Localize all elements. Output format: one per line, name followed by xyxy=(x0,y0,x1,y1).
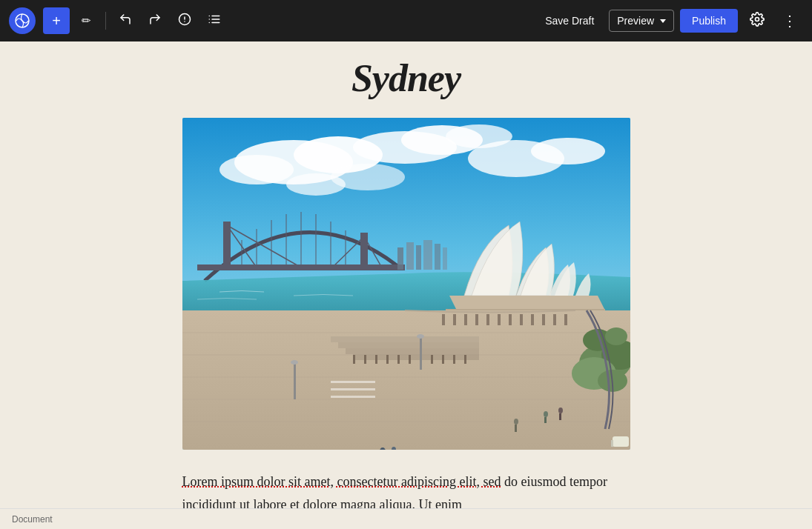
undo-button[interactable] xyxy=(112,7,139,34)
wordpress-logo[interactable] xyxy=(9,7,36,34)
svg-rect-51 xyxy=(338,342,479,348)
info-icon xyxy=(178,13,191,29)
details-button[interactable] xyxy=(171,7,198,34)
svg-rect-69 xyxy=(386,355,389,364)
svg-rect-96 xyxy=(611,440,613,447)
list-view-button[interactable] xyxy=(201,7,228,34)
toolbar: + ✏ xyxy=(0,0,812,41)
svg-rect-67 xyxy=(364,355,366,364)
svg-rect-100 xyxy=(294,362,296,399)
svg-rect-65 xyxy=(564,314,567,325)
undo-icon xyxy=(119,13,132,29)
more-options-button[interactable]: ⋮ xyxy=(776,7,803,34)
svg-rect-41 xyxy=(435,244,440,270)
svg-rect-68 xyxy=(375,355,377,364)
svg-rect-63 xyxy=(542,314,545,325)
svg-rect-66 xyxy=(353,355,355,364)
svg-rect-95 xyxy=(613,436,629,447)
svg-rect-73 xyxy=(431,355,433,364)
svg-rect-99 xyxy=(331,396,375,398)
svg-rect-40 xyxy=(423,240,432,270)
svg-rect-38 xyxy=(406,242,414,270)
svg-rect-56 xyxy=(464,314,467,325)
toolbar-right: Save Draft Preview Publish ⋮ xyxy=(536,7,803,34)
svg-rect-42 xyxy=(443,247,447,270)
svg-rect-64 xyxy=(553,314,556,325)
svg-rect-102 xyxy=(420,336,422,370)
svg-point-10 xyxy=(756,17,759,21)
post-title[interactable]: Sydney xyxy=(176,56,636,100)
svg-rect-52 xyxy=(346,348,479,354)
svg-rect-97 xyxy=(331,381,375,383)
svg-rect-76 xyxy=(464,355,466,364)
svg-rect-98 xyxy=(331,388,375,390)
svg-rect-70 xyxy=(397,355,400,364)
preview-button[interactable]: Preview xyxy=(609,10,674,32)
svg-rect-55 xyxy=(453,314,456,325)
underlined-text-lorem: Lorem ipsum dolor sit amet, consectetur … xyxy=(182,474,501,489)
svg-rect-60 xyxy=(509,314,512,325)
ellipsis-icon: ⋮ xyxy=(782,12,798,30)
editor-area: Sydney xyxy=(0,41,812,529)
svg-rect-71 xyxy=(409,355,411,364)
svg-rect-61 xyxy=(520,314,523,325)
redo-icon xyxy=(148,13,162,29)
svg-point-91 xyxy=(558,407,563,413)
svg-rect-94 xyxy=(515,425,517,432)
svg-rect-37 xyxy=(397,247,403,270)
tools-button[interactable]: ✏ xyxy=(73,7,99,34)
svg-rect-54 xyxy=(442,314,445,325)
svg-rect-62 xyxy=(531,314,534,325)
preview-chevron-icon xyxy=(660,19,666,23)
list-view-icon xyxy=(208,13,221,29)
settings-button[interactable] xyxy=(744,7,770,34)
svg-rect-53 xyxy=(353,354,479,360)
preview-label: Preview xyxy=(617,15,654,27)
svg-rect-58 xyxy=(486,314,489,325)
svg-rect-74 xyxy=(442,355,444,364)
svg-point-21 xyxy=(331,164,405,190)
save-draft-button[interactable]: Save Draft xyxy=(536,10,603,31)
plus-icon: + xyxy=(52,13,61,30)
svg-point-82 xyxy=(605,327,627,345)
svg-point-103 xyxy=(417,334,424,339)
redo-button[interactable] xyxy=(142,7,168,34)
publish-button[interactable]: Publish xyxy=(680,9,738,33)
sydney-image xyxy=(182,118,630,450)
svg-rect-50 xyxy=(331,336,479,342)
image-block[interactable] xyxy=(182,118,630,450)
document-label: Document xyxy=(12,514,53,525)
svg-point-101 xyxy=(291,360,298,365)
svg-rect-39 xyxy=(416,245,421,270)
status-bar: Document xyxy=(0,508,812,529)
add-block-button[interactable]: + xyxy=(43,7,70,34)
svg-rect-90 xyxy=(544,417,547,423)
svg-point-89 xyxy=(544,411,548,417)
svg-rect-75 xyxy=(453,355,455,364)
pen-icon: ✏ xyxy=(82,14,91,27)
svg-point-19 xyxy=(446,124,512,148)
toolbar-divider xyxy=(105,12,106,30)
svg-point-18 xyxy=(531,138,605,164)
svg-point-14 xyxy=(219,155,294,184)
svg-rect-92 xyxy=(559,413,561,420)
svg-rect-59 xyxy=(498,314,501,325)
svg-point-93 xyxy=(514,419,518,425)
svg-rect-57 xyxy=(475,314,478,325)
gear-icon xyxy=(750,12,765,30)
